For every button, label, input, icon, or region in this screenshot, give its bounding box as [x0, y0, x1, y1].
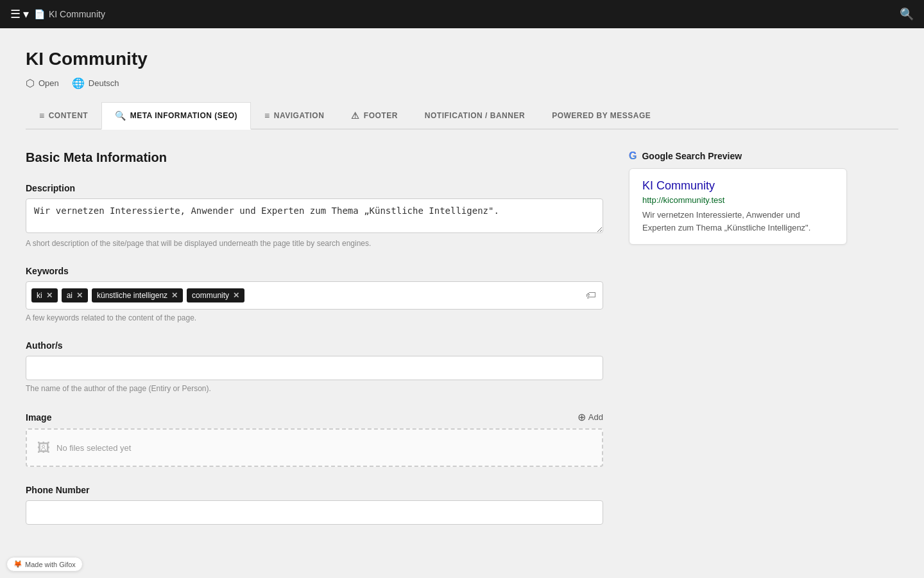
meta-tab-icon: 🔍 [115, 110, 126, 121]
description-field: Description Wir vernetzen Interessierte,… [26, 183, 603, 248]
doc-icon: 📄 [34, 9, 45, 19]
keyword-tag-ki: ki ✕ [31, 288, 58, 302]
keywords-container[interactable]: ki ✕ ai ✕ künstliche intelligenz ✕ commu… [26, 281, 603, 310]
gifox-icon: 🦊 [13, 560, 22, 568]
author-label: Author/s [26, 340, 603, 351]
breadcrumb-title: KI Community [49, 9, 105, 19]
description-label: Description [26, 183, 603, 193]
tab-bar: ≡ CONTENT 🔍 META INFORMATION (SEO) ≡ NAV… [26, 102, 898, 130]
meta-tab-label: META INFORMATION (SEO) [130, 111, 237, 120]
google-result-url: http://kicommunity.test [642, 195, 834, 205]
keyword-ki-text: ki [37, 291, 42, 300]
content-tab-label: CONTENT [49, 111, 89, 120]
hamburger-icon: ☰ [10, 7, 21, 21]
gifox-badge: 🦊 Made with Gifox [6, 557, 83, 572]
remove-ki-button[interactable]: ✕ [46, 291, 53, 300]
tab-powered[interactable]: POWERED BY MESSAGE [538, 102, 664, 128]
page-title: KI Community [26, 49, 898, 69]
footer-tab-icon: ⚠ [351, 110, 360, 121]
google-result-description: Wir vernetzen Interessierte, Anwender un… [642, 209, 834, 234]
gifox-label: Made with Gifox [25, 561, 76, 568]
keyword-tag-ai: ai ✕ [62, 288, 88, 302]
keyword-tag-kunstliche: künstliche intelligenz ✕ [92, 288, 183, 302]
author-field: Author/s The name of the author of the p… [26, 340, 603, 393]
notification-tab-label: NOTIFICATION / BANNER [425, 111, 525, 120]
section-heading: Basic Meta Information [26, 150, 603, 165]
tab-meta[interactable]: 🔍 META INFORMATION (SEO) [101, 102, 251, 130]
nav-tab-label: NAVIGATION [274, 111, 325, 120]
no-files-label: No files selected yet [56, 443, 131, 453]
description-hint: A short description of the site/page tha… [26, 239, 603, 248]
google-g-icon: G [629, 150, 637, 162]
google-preview-title: Google Search Preview [642, 151, 742, 161]
phone-field: Phone Number [26, 485, 603, 525]
open-status[interactable]: ⬡ Open [26, 77, 59, 89]
tab-notification[interactable]: NOTIFICATION / BANNER [411, 102, 538, 128]
breadcrumb: 📄 KI Community [34, 9, 105, 19]
remove-community-button[interactable]: ✕ [233, 291, 239, 300]
author-input[interactable] [26, 356, 603, 380]
form-section: Basic Meta Information Description Wir v… [26, 150, 603, 543]
keyword-community-text: community [192, 291, 229, 300]
topbar-left: ☰ ▾ 📄 KI Community [10, 7, 105, 21]
language-status[interactable]: 🌐 Deutsch [72, 77, 119, 89]
main-container: KI Community ⬡ Open 🌐 Deutsch ≡ CONTENT … [0, 28, 924, 578]
remove-ai-button[interactable]: ✕ [76, 291, 83, 300]
google-preview-section: G Google Search Preview KI Community htt… [629, 150, 847, 543]
keyword-kunstliche-text: künstliche intelligenz [97, 291, 167, 300]
tab-content[interactable]: ≡ CONTENT [26, 102, 101, 128]
tab-footer[interactable]: ⚠ FOOTER [338, 102, 411, 128]
image-upload-area[interactable]: 🖼 No files selected yet [26, 428, 603, 467]
status-row: ⬡ Open 🌐 Deutsch [26, 77, 898, 89]
powered-tab-label: POWERED BY MESSAGE [552, 111, 651, 120]
google-preview-container: G Google Search Preview KI Community htt… [629, 150, 847, 245]
phone-input[interactable] [26, 500, 603, 525]
keyword-ai-text: ai [67, 291, 73, 300]
google-preview-card: KI Community http://kicommunity.test Wir… [629, 168, 847, 245]
remove-kunstliche-button[interactable]: ✕ [171, 291, 178, 300]
plus-icon: ⊕ [578, 411, 586, 423]
keywords-hint: A few keywords related to the content of… [26, 313, 603, 322]
image-field-header: Image ⊕ Add [26, 411, 603, 423]
content-tab-icon: ≡ [39, 110, 45, 121]
keywords-field: Keywords ki ✕ ai ✕ künstliche intelligen… [26, 266, 603, 322]
footer-tab-label: FOOTER [364, 111, 398, 120]
language-label: Deutsch [89, 78, 119, 88]
search-button[interactable]: 🔍 [900, 7, 914, 21]
image-field: Image ⊕ Add 🖼 No files selected yet [26, 411, 603, 467]
open-label: Open [38, 78, 59, 88]
nav-tab-icon: ≡ [264, 110, 270, 121]
keywords-label: Keywords [26, 266, 603, 276]
google-result-title[interactable]: KI Community [642, 179, 834, 193]
keyword-tag-community: community ✕ [187, 288, 244, 302]
google-preview-header: G Google Search Preview [629, 150, 847, 162]
add-label: Add [588, 412, 603, 422]
image-label: Image [26, 412, 51, 423]
image-placeholder-icon: 🖼 [37, 441, 50, 455]
open-icon: ⬡ [26, 77, 35, 89]
tab-navigation[interactable]: ≡ NAVIGATION [251, 102, 338, 128]
tag-icon: 🏷 [586, 290, 596, 301]
add-image-button[interactable]: ⊕ Add [578, 411, 603, 423]
chevron-icon: ▾ [23, 7, 29, 21]
globe-icon: 🌐 [72, 77, 85, 89]
content-panel: Basic Meta Information Description Wir v… [26, 130, 898, 563]
topbar: ☰ ▾ 📄 KI Community 🔍 [0, 0, 924, 28]
phone-label: Phone Number [26, 485, 603, 495]
description-input[interactable]: Wir vernetzen Interessierte, Anwender un… [26, 198, 603, 233]
menu-button[interactable]: ☰ ▾ [10, 7, 29, 21]
author-hint: The name of the author of the page (Enti… [26, 384, 603, 393]
